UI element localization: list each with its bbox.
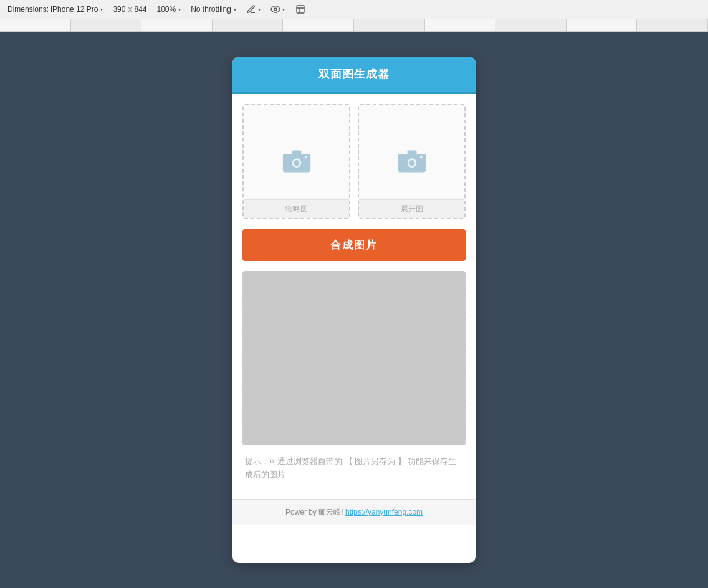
- ruler-seg-6: [354, 19, 425, 31]
- camera-left-icon: [282, 148, 312, 174]
- ruler-seg-10: [637, 19, 708, 31]
- throttle-selector[interactable]: No throttling ▾: [191, 5, 236, 14]
- svg-rect-5: [292, 150, 301, 154]
- expanded-upload-box[interactable]: 展开图: [358, 104, 466, 219]
- upload-row: 缩略图 展开图: [242, 104, 466, 219]
- main-area: 双面图生成器 缩略图: [0, 32, 708, 588]
- ruler-seg-9: [567, 19, 638, 31]
- height-value: 844: [134, 5, 146, 14]
- pen-tool-button[interactable]: ▾: [246, 4, 261, 14]
- zoom-chevron-icon: ▾: [178, 7, 181, 12]
- device-selector[interactable]: Dimensions: iPhone 12 Pro ▾: [7, 5, 103, 14]
- ruler-seg-4: [213, 19, 284, 31]
- svg-rect-10: [407, 150, 416, 154]
- throttle-chevron-icon: ▾: [234, 7, 236, 12]
- device-chevron-icon: ▾: [100, 7, 103, 12]
- camera-right-icon: [397, 148, 427, 174]
- layout-icon: [295, 4, 306, 14]
- app-footer: Power by 郦云峰! https://yanyunfeng.com: [232, 499, 476, 525]
- ruler-seg-8: [495, 19, 567, 31]
- ruler-seg-5: [283, 19, 354, 31]
- tip-text: 提示：可通过浏览器自带的 【 图片另存为 】 功能来保存生成后的图片: [242, 455, 466, 481]
- app-body: 缩略图 展开图 合成图片 提示: [232, 94, 476, 499]
- ruler-seg-3: [141, 19, 213, 31]
- ruler-seg-2: [71, 19, 142, 31]
- svg-point-0: [274, 8, 277, 11]
- pen-icon: [246, 4, 256, 14]
- app-card: 双面图生成器 缩略图: [232, 57, 476, 563]
- devtools-bar: Dimensions: iPhone 12 Pro ▾ 390 x 844 10…: [0, 0, 708, 19]
- thumbnail-upload-box[interactable]: 缩略图: [242, 104, 350, 219]
- dimensions-display: 390 x 844: [113, 5, 146, 14]
- app-title: 双面图生成器: [318, 68, 390, 80]
- device-label: Dimensions: iPhone 12 Pro: [7, 5, 98, 14]
- width-value: 390: [113, 5, 125, 14]
- eye-chevron-icon: ▾: [282, 7, 285, 12]
- thumbnail-label: 缩略图: [244, 199, 349, 218]
- dimension-x-separator: x: [128, 5, 132, 14]
- svg-point-9: [409, 160, 414, 166]
- zoom-selector[interactable]: 100% ▾: [156, 5, 181, 14]
- svg-rect-1: [297, 6, 304, 13]
- pen-chevron-icon: ▾: [258, 7, 261, 12]
- expanded-label: 展开图: [359, 199, 464, 218]
- svg-point-4: [294, 160, 299, 166]
- eye-icon: [270, 4, 280, 14]
- ruler-seg-7: [425, 19, 496, 31]
- result-image-area: [242, 271, 466, 445]
- app-header: 双面图生成器: [232, 57, 476, 92]
- eye-tool-button[interactable]: ▾: [270, 4, 285, 14]
- ruler-seg-1: [0, 19, 71, 31]
- throttle-label: No throttling: [191, 5, 231, 14]
- synthesize-button[interactable]: 合成图片: [242, 229, 466, 261]
- footer-text: Power by 郦云峰!: [285, 508, 343, 516]
- zoom-label: 100%: [156, 5, 176, 14]
- svg-point-6: [304, 156, 307, 158]
- footer-link[interactable]: https://yanyunfeng.com: [345, 508, 423, 516]
- layout-tool-button[interactable]: [295, 4, 306, 14]
- svg-point-11: [419, 156, 422, 158]
- ruler-bar: [0, 19, 708, 32]
